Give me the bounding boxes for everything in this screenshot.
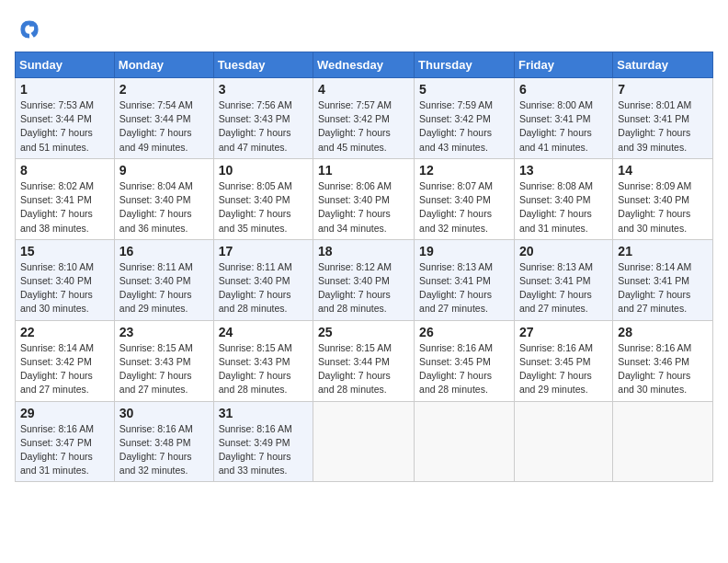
sunrise: Sunrise: 8:16 AM xyxy=(419,342,493,353)
sunrise: Sunrise: 8:02 AM xyxy=(20,180,94,191)
calendar-cell: 7 Sunrise: 8:01 AM Sunset: 3:41 PM Dayli… xyxy=(613,78,713,159)
calendar-cell: 10 Sunrise: 8:05 AM Sunset: 3:40 PM Dayl… xyxy=(213,158,313,239)
calendar-cell: 31 Sunrise: 8:16 AM Sunset: 3:49 PM Dayl… xyxy=(213,401,313,482)
day-info: Sunrise: 8:15 AM Sunset: 3:44 PM Dayligh… xyxy=(318,341,409,397)
day-info: Sunrise: 8:15 AM Sunset: 3:43 PM Dayligh… xyxy=(119,341,209,397)
day-info: Sunrise: 8:16 AM Sunset: 3:45 PM Dayligh… xyxy=(519,341,608,397)
sunset: Sunset: 3:40 PM xyxy=(618,194,689,205)
day-info: Sunrise: 8:08 AM Sunset: 3:40 PM Dayligh… xyxy=(519,179,608,236)
calendar-week-5: 29 Sunrise: 8:16 AM Sunset: 3:47 PM Dayl… xyxy=(16,401,713,482)
day-info: Sunrise: 8:14 AM Sunset: 3:41 PM Dayligh… xyxy=(618,260,708,316)
sunset: Sunset: 3:40 PM xyxy=(119,275,191,286)
daylight: Daylight: 7 hours and 30 minutes. xyxy=(20,289,93,314)
daylight: Daylight: 7 hours and 38 minutes. xyxy=(20,208,93,233)
calendar-cell xyxy=(313,401,415,482)
daylight: Daylight: 7 hours and 31 minutes. xyxy=(519,208,592,233)
sunset: Sunset: 3:42 PM xyxy=(318,113,390,124)
day-info: Sunrise: 8:04 AM Sunset: 3:40 PM Dayligh… xyxy=(119,179,209,236)
daylight: Daylight: 7 hours and 51 minutes. xyxy=(20,127,93,152)
day-number: 29 xyxy=(20,406,109,420)
sunset: Sunset: 3:45 PM xyxy=(519,356,591,367)
calendar-cell: 19 Sunrise: 8:13 AM Sunset: 3:41 PM Dayl… xyxy=(415,239,515,320)
sunset: Sunset: 3:41 PM xyxy=(519,113,591,124)
calendar-cell: 25 Sunrise: 8:15 AM Sunset: 3:44 PM Dayl… xyxy=(313,320,415,401)
day-info: Sunrise: 8:12 AM Sunset: 3:40 PM Dayligh… xyxy=(318,260,409,316)
calendar-cell: 1 Sunrise: 7:53 AM Sunset: 3:44 PM Dayli… xyxy=(16,78,115,159)
day-number: 16 xyxy=(119,244,209,259)
day-number: 8 xyxy=(20,163,109,178)
calendar-cell: 14 Sunrise: 8:09 AM Sunset: 3:40 PM Dayl… xyxy=(613,158,713,239)
calendar-week-2: 8 Sunrise: 8:02 AM Sunset: 3:41 PM Dayli… xyxy=(16,158,713,239)
sunset: Sunset: 3:40 PM xyxy=(119,194,191,205)
sunrise: Sunrise: 8:06 AM xyxy=(318,180,392,191)
sunrise: Sunrise: 8:13 AM xyxy=(419,261,493,272)
day-info: Sunrise: 8:11 AM Sunset: 3:40 PM Dayligh… xyxy=(119,260,209,316)
sunrise: Sunrise: 8:15 AM xyxy=(318,342,392,353)
calendar-cell: 29 Sunrise: 8:16 AM Sunset: 3:47 PM Dayl… xyxy=(16,401,115,482)
day-info: Sunrise: 8:14 AM Sunset: 3:42 PM Dayligh… xyxy=(20,341,109,397)
sunset: Sunset: 3:41 PM xyxy=(20,194,92,205)
day-info: Sunrise: 8:00 AM Sunset: 3:41 PM Dayligh… xyxy=(519,98,608,155)
weekday-header-monday: Monday xyxy=(114,52,213,78)
sunrise: Sunrise: 8:15 AM xyxy=(119,342,193,353)
daylight: Daylight: 7 hours and 33 minutes. xyxy=(219,451,291,476)
sunset: Sunset: 3:40 PM xyxy=(419,194,491,205)
daylight: Daylight: 7 hours and 32 minutes. xyxy=(119,451,192,476)
weekday-header-saturday: Saturday xyxy=(613,52,713,78)
day-info: Sunrise: 8:16 AM Sunset: 3:49 PM Dayligh… xyxy=(219,422,308,478)
sunrise: Sunrise: 8:10 AM xyxy=(20,261,94,272)
sunrise: Sunrise: 8:13 AM xyxy=(519,261,593,272)
calendar-header-row: SundayMondayTuesdayWednesdayThursdayFrid… xyxy=(16,52,713,78)
day-number: 27 xyxy=(519,325,608,339)
sunset: Sunset: 3:43 PM xyxy=(119,356,191,367)
sunrise: Sunrise: 8:15 AM xyxy=(219,342,292,353)
daylight: Daylight: 7 hours and 27 minutes. xyxy=(618,289,690,314)
day-info: Sunrise: 8:06 AM Sunset: 3:40 PM Dayligh… xyxy=(318,179,409,236)
day-info: Sunrise: 7:56 AM Sunset: 3:43 PM Dayligh… xyxy=(219,98,308,155)
sunset: Sunset: 3:48 PM xyxy=(119,437,191,448)
day-info: Sunrise: 8:16 AM Sunset: 3:47 PM Dayligh… xyxy=(20,422,109,478)
day-number: 1 xyxy=(20,82,109,97)
day-number: 19 xyxy=(419,244,509,259)
sunrise: Sunrise: 8:14 AM xyxy=(618,261,691,272)
day-info: Sunrise: 7:53 AM Sunset: 3:44 PM Dayligh… xyxy=(20,98,109,155)
sunrise: Sunrise: 7:59 AM xyxy=(419,99,493,110)
calendar-cell: 15 Sunrise: 8:10 AM Sunset: 3:40 PM Dayl… xyxy=(16,239,115,320)
daylight: Daylight: 7 hours and 49 minutes. xyxy=(119,127,192,152)
sunrise: Sunrise: 7:57 AM xyxy=(318,99,392,110)
sunset: Sunset: 3:42 PM xyxy=(419,113,491,124)
day-number: 2 xyxy=(119,82,209,97)
daylight: Daylight: 7 hours and 31 minutes. xyxy=(20,451,93,476)
daylight: Daylight: 7 hours and 47 minutes. xyxy=(219,127,291,152)
day-number: 15 xyxy=(20,244,109,259)
calendar-cell: 6 Sunrise: 8:00 AM Sunset: 3:41 PM Dayli… xyxy=(514,78,612,159)
calendar-cell: 11 Sunrise: 8:06 AM Sunset: 3:40 PM Dayl… xyxy=(313,158,415,239)
day-info: Sunrise: 8:16 AM Sunset: 3:45 PM Dayligh… xyxy=(419,341,509,397)
day-info: Sunrise: 7:54 AM Sunset: 3:44 PM Dayligh… xyxy=(119,98,209,155)
sunset: Sunset: 3:49 PM xyxy=(219,437,290,448)
sunrise: Sunrise: 7:56 AM xyxy=(219,99,292,110)
sunset: Sunset: 3:41 PM xyxy=(618,275,689,286)
calendar-cell: 24 Sunrise: 8:15 AM Sunset: 3:43 PM Dayl… xyxy=(213,320,313,401)
calendar-cell: 8 Sunrise: 8:02 AM Sunset: 3:41 PM Dayli… xyxy=(16,158,115,239)
day-number: 11 xyxy=(318,163,409,178)
weekday-header-tuesday: Tuesday xyxy=(213,52,313,78)
day-info: Sunrise: 8:16 AM Sunset: 3:46 PM Dayligh… xyxy=(618,341,708,397)
sunset: Sunset: 3:41 PM xyxy=(519,275,591,286)
calendar-cell: 26 Sunrise: 8:16 AM Sunset: 3:45 PM Dayl… xyxy=(415,320,515,401)
day-number: 31 xyxy=(219,406,308,420)
day-number: 12 xyxy=(419,163,509,178)
calendar-cell: 20 Sunrise: 8:13 AM Sunset: 3:41 PM Dayl… xyxy=(514,239,612,320)
sunrise: Sunrise: 7:54 AM xyxy=(119,99,193,110)
daylight: Daylight: 7 hours and 34 minutes. xyxy=(318,208,391,233)
calendar-cell: 16 Sunrise: 8:11 AM Sunset: 3:40 PM Dayl… xyxy=(114,239,213,320)
day-info: Sunrise: 8:02 AM Sunset: 3:41 PM Dayligh… xyxy=(20,179,109,236)
sunrise: Sunrise: 8:11 AM xyxy=(119,261,193,272)
day-number: 17 xyxy=(219,244,308,259)
day-number: 30 xyxy=(119,406,209,420)
daylight: Daylight: 7 hours and 27 minutes. xyxy=(519,289,592,314)
sunset: Sunset: 3:40 PM xyxy=(318,275,390,286)
calendar-week-4: 22 Sunrise: 8:14 AM Sunset: 3:42 PM Dayl… xyxy=(16,320,713,401)
calendar-week-3: 15 Sunrise: 8:10 AM Sunset: 3:40 PM Dayl… xyxy=(16,239,713,320)
day-number: 3 xyxy=(219,82,308,97)
